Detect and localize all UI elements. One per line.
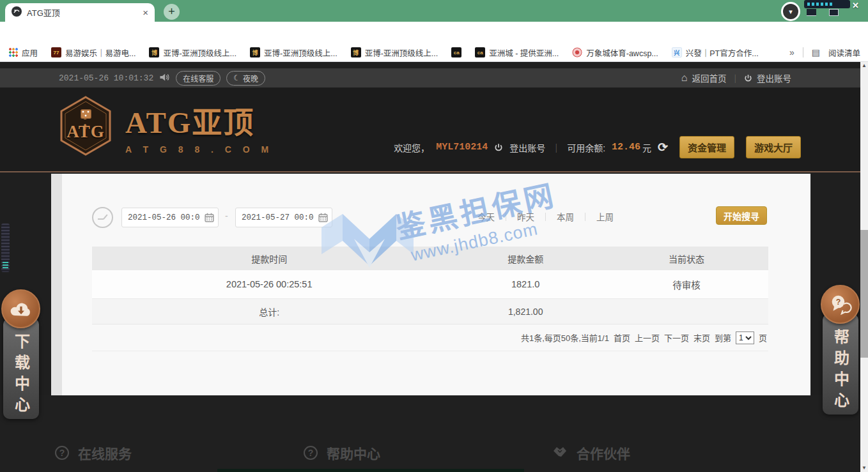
overlay-dashes-icon bbox=[807, 3, 834, 6]
moon-icon: ☾ bbox=[233, 73, 240, 82]
footer-col-title: 帮助中心 bbox=[327, 443, 380, 462]
welcome-label: 欢迎您， bbox=[394, 141, 430, 154]
quick-link-yesterday[interactable]: 昨天 bbox=[506, 210, 545, 223]
cloud-download-icon[interactable] bbox=[1, 289, 40, 328]
bookmark-item[interactable]: 77 易游娱乐｜易游电... bbox=[51, 47, 136, 59]
page-prev-link[interactable]: 上一页 bbox=[635, 331, 660, 344]
scroll-up-icon[interactable]: ▲ bbox=[860, 62, 868, 70]
funds-management-button[interactable]: 资金管理 bbox=[679, 136, 734, 158]
window-maximize-button[interactable] bbox=[829, 9, 839, 16]
download-center-label: 下载中心 bbox=[10, 333, 33, 419]
pagination-summary: 共1条,每页50条,当前1/1 bbox=[521, 331, 609, 344]
bookmark-label: 易游娱乐｜易游电... bbox=[65, 47, 136, 59]
help-center-widget[interactable]: ? 帮助中心 bbox=[821, 285, 860, 415]
power-icon bbox=[744, 74, 752, 82]
new-tab-button[interactable]: + bbox=[164, 4, 180, 20]
cell-time: 2021-05-26 00:25:51 bbox=[92, 279, 446, 289]
bookmark-label: 万象城体育-awcsp... bbox=[586, 47, 658, 59]
bookmarks-bar: 应用 77 易游娱乐｜易游电... 博 亚博-亚洲顶级线上... 博 亚博-亚洲… bbox=[0, 43, 868, 62]
search-button[interactable]: 开始搜寻 bbox=[716, 206, 767, 225]
date-to-field bbox=[235, 208, 332, 227]
bookmarks-overflow-icon[interactable]: » bbox=[789, 47, 794, 57]
game-lobby-button[interactable]: 游戏大厅 bbox=[746, 136, 801, 158]
bookmark-item[interactable]: ca 亚洲城 - 提供亚洲... bbox=[475, 47, 559, 59]
night-mode-button[interactable]: ☾ 夜晚 bbox=[226, 71, 265, 86]
footer-col-online-service: ? 在线服务 bbox=[55, 395, 304, 472]
refresh-balance-icon[interactable]: ⟳ bbox=[658, 140, 668, 155]
page-next-link[interactable]: 下一页 bbox=[664, 331, 689, 344]
bookmark-label: 亚洲城 - 提供亚洲... bbox=[489, 47, 559, 59]
col-header-time: 提款时间 bbox=[92, 252, 446, 265]
bookmark-favicon bbox=[572, 47, 582, 57]
quick-date-links: 今天 昨天 本周 上周 bbox=[467, 210, 624, 223]
site-header: ♣ ♣ ATG ATG亚顶 A T G 8 8 . C O M 欢迎您， MYL… bbox=[0, 88, 860, 172]
bookmark-favicon: 博 bbox=[351, 47, 361, 57]
media-control-button[interactable]: ▾ bbox=[781, 2, 800, 21]
bookmark-item[interactable]: 万象城体育-awcsp... bbox=[572, 47, 658, 59]
balance-value: 12.46 bbox=[612, 142, 640, 153]
logout-link[interactable]: 登出账号 bbox=[757, 72, 791, 84]
reading-list-label[interactable]: 阅读清单 bbox=[828, 47, 860, 59]
cell-amount: 1821.0 bbox=[446, 279, 605, 289]
window-minimize-button[interactable] bbox=[807, 9, 816, 16]
bookmark-item[interactable]: 博 亚博-亚洲顶级线上... bbox=[149, 47, 236, 59]
site-logo[interactable]: ♣ ♣ ATG ATG亚顶 A T G 8 8 . C O M bbox=[58, 95, 273, 156]
browser-tab-active[interactable]: ATG亚顶 × bbox=[5, 3, 155, 22]
help-chat-icon[interactable]: ? bbox=[821, 285, 860, 324]
footer-col-title: 在线服务 bbox=[78, 443, 132, 462]
browser-tab-bar: ATG亚顶 × + ▾ ✕ bbox=[0, 0, 868, 22]
online-service-button[interactable]: 在线客服 bbox=[176, 71, 221, 86]
page-select[interactable]: 1 bbox=[736, 331, 754, 344]
watermark-title: 鉴黑担保网 bbox=[391, 172, 559, 247]
bookmark-favicon: 兴 bbox=[672, 47, 682, 57]
bookmark-favicon: ca bbox=[475, 47, 485, 57]
table-row: 2021-05-26 00:25:51 1821.0 待审核 bbox=[92, 270, 768, 299]
table-total-row: 总计: 1,821.00 bbox=[92, 299, 768, 324]
bookmark-item[interactable]: 博 亚博-亚洲顶级线上... bbox=[250, 47, 337, 59]
cell-status: 待审核 bbox=[605, 278, 768, 291]
scrollbar-thumb[interactable] bbox=[860, 230, 868, 358]
panel-left-strip bbox=[51, 174, 62, 395]
side-ladder-teal-icon bbox=[3, 262, 8, 269]
tab-close-icon[interactable]: × bbox=[143, 7, 148, 18]
bookmark-item[interactable]: 兴 兴發｜PT官方合作... bbox=[672, 47, 759, 59]
logo-hexagon-icon: ♣ ♣ ATG bbox=[58, 95, 114, 156]
apps-grid-icon bbox=[9, 48, 18, 57]
handshake-icon bbox=[552, 445, 568, 461]
bookmark-item[interactable]: 博 亚博-亚洲顶级线上... bbox=[351, 47, 438, 59]
bookmark-item[interactable]: ca bbox=[451, 47, 461, 57]
scroll-down-icon[interactable]: ▼ bbox=[860, 464, 868, 472]
header-logout-link[interactable]: 登出账号 bbox=[509, 141, 545, 154]
page-footer: ? 在线服务 ? 帮助中心 合作伙伴 bbox=[0, 395, 860, 472]
download-center-widget[interactable]: 下载中心 bbox=[1, 289, 41, 419]
side-ladder-widget[interactable] bbox=[1, 224, 10, 272]
goto-page-prefix: 到第 bbox=[715, 331, 731, 344]
quick-link-last-week[interactable]: 上周 bbox=[585, 210, 624, 223]
calendar-icon[interactable] bbox=[205, 213, 214, 225]
goto-page-suffix: 页 bbox=[759, 331, 767, 344]
back-home-link[interactable]: 返回首页 bbox=[692, 72, 727, 84]
footer-col-partners: 合作伙伴 bbox=[552, 395, 801, 472]
record-panel: - 今天 昨天 本周 上周 开始搜寻 提款时间 提款金额 bbox=[51, 174, 810, 395]
footer-col-help-center: ? 帮助中心 bbox=[304, 395, 552, 472]
reading-list-icon: ▤ bbox=[812, 47, 820, 57]
quick-link-this-week[interactable]: 本周 bbox=[546, 210, 585, 223]
page-scrollbar[interactable]: ▲ ▼ bbox=[860, 62, 868, 472]
bookmark-favicon: ca bbox=[451, 47, 461, 57]
bookmark-apps[interactable]: 应用 bbox=[9, 47, 38, 59]
balance-label: 可用余额: bbox=[567, 141, 605, 154]
bookmark-label: 亚博-亚洲顶级线上... bbox=[163, 47, 236, 59]
calendar-icon[interactable] bbox=[318, 213, 328, 225]
page-last-link[interactable]: 末页 bbox=[694, 331, 710, 344]
date-range-separator: - bbox=[225, 211, 228, 221]
footer-image-strip bbox=[217, 469, 524, 472]
datetime-text: 2021-05-26 10:01:32 bbox=[59, 73, 153, 83]
quick-link-today[interactable]: 今天 bbox=[467, 210, 506, 223]
question-circle-icon: ? bbox=[304, 446, 318, 460]
divider: ｜ bbox=[552, 141, 561, 154]
pagination-row: 共1条,每页50条,当前1/1 首页 上一页 下一页 末页 到第 1 页 bbox=[92, 324, 768, 351]
withdraw-record-table: 提款时间 提款金额 当前状态 2021-05-26 00:25:51 1821.… bbox=[92, 247, 768, 351]
window-close-button[interactable]: ✕ bbox=[852, 1, 859, 10]
logo-badge-text: ATG bbox=[58, 122, 114, 142]
page-first-link[interactable]: 首页 bbox=[614, 331, 630, 344]
